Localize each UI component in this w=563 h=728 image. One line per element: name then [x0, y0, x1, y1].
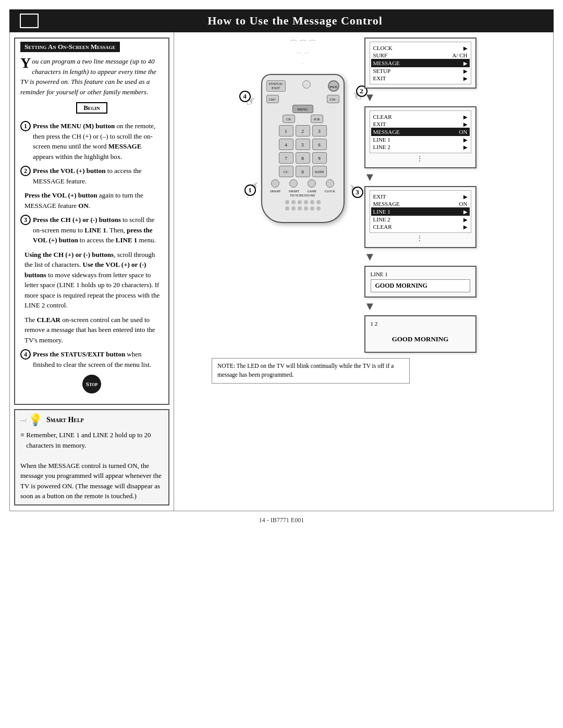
right-panel: ⌒⌒⌒ ⌒⌒ ⌒ ☞ 4 ☞ 2 ☞ — [174, 32, 553, 511]
header-box — [20, 14, 39, 28]
menu-btn[interactable]: MENU — [292, 105, 313, 113]
num-badge-1: 1 — [244, 184, 256, 196]
screen5-message: GOOD MORNING — [371, 331, 470, 348]
screen2-dots: ⋮ — [370, 153, 471, 164]
ir-sensor — [302, 80, 311, 89]
num-5[interactable]: 5 — [296, 139, 310, 150]
screens-col: CLOCK▶ SURFA/ CH MESSAGE▶ SETUP▶ EXIT▶ — [364, 38, 484, 353]
arrow-down-2: ▼ — [364, 170, 376, 184]
screen3-dots: ⋮ — [370, 233, 471, 244]
numpad: 1 2 3 4 5 6 7 8 9 CC 0 SLEEP — [266, 125, 339, 177]
tv-screen-3: EXIT▶ MESSAGEON LINE 1▶ LINE 2▶ CLEAR▶ — [364, 186, 476, 248]
screen2-line2: LINE 2▶ — [373, 143, 468, 151]
num-badge-3: 3 — [352, 187, 363, 198]
game-btn[interactable] — [308, 179, 316, 188]
step-2-num: 2 — [20, 166, 31, 176]
screen4-line-label: LINE 1 — [371, 271, 470, 277]
arrow-down-4: ▼ — [364, 300, 376, 313]
arrow-down-3: ▼ — [364, 250, 376, 264]
screen2-message: MESSAGEON — [371, 128, 470, 136]
screen3-exit: EXIT▶ — [373, 193, 468, 200]
num-badge-4: 4 — [239, 91, 251, 102]
num-0[interactable]: 0 — [296, 166, 310, 177]
main-container: Setting An On-Screen Message You can pro… — [9, 32, 554, 511]
status-exit-btn[interactable]: STATUS/EXIT — [266, 80, 286, 92]
screen3-message: MESSAGEON — [373, 200, 468, 207]
num-3[interactable]: 3 — [312, 125, 327, 137]
ch-minus-btn[interactable]: CH- — [327, 95, 339, 103]
note-text: NOTE: The LED on the TV will blink conti… — [217, 363, 394, 378]
screen3-clear: CLEAR▶ — [373, 223, 468, 230]
num-8[interactable]: 8 — [296, 152, 310, 164]
screen2-clear: CLEAR▶ — [373, 113, 468, 120]
smart-help-section: - - / 💡 Smart Help ≡ Remember, LINE 1 an… — [14, 409, 169, 505]
step-4-num: 4 — [20, 349, 31, 360]
page-footer: 14 - IB7771 E001 — [0, 511, 563, 527]
page-header: How to Use the Message Control — [9, 9, 554, 32]
num-6[interactable]: 6 — [312, 139, 327, 150]
signal-wave-3: ⌒⌒⌒ — [289, 38, 317, 51]
screen4-message: GOOD MORNING — [371, 279, 470, 292]
screen1-message: MESSAGE▶ — [371, 59, 470, 67]
num-7[interactable]: 7 — [279, 152, 293, 164]
stop-button: Stop — [82, 375, 101, 393]
screen2-line1: LINE 1▶ — [373, 136, 468, 143]
step-2: 2 Press the VOL (+) button to access the… — [20, 166, 163, 186]
screen1-clock: CLOCK▶ — [373, 44, 468, 52]
diagram-area: ⌒⌒⌒ ⌒⌒ ⌒ ☞ 4 ☞ 2 ☞ — [180, 38, 549, 353]
ch-plus-btn[interactable]: CH+ — [266, 95, 279, 103]
tv-screen-4: LINE 1 GOOD MORNING — [364, 266, 476, 298]
step-2b: Press the VOL (+) button again to turn t… — [25, 190, 163, 211]
step-1: 1 Press the MENU (M) button on the remot… — [20, 121, 163, 162]
sub-btn[interactable]: SUB — [311, 115, 323, 123]
section-title: Setting An On-Screen Message — [20, 42, 120, 52]
screen1-setup: SETUP▶ — [373, 67, 468, 75]
drop-cap: Y — [20, 56, 31, 69]
remote-col: ⌒⌒⌒ ⌒⌒ ⌒ ☞ 4 ☞ 2 ☞ — [246, 38, 360, 353]
intro-text: You can program a two line message (up t… — [20, 56, 163, 97]
screen3-line1: LINE 1▶ — [371, 207, 470, 216]
power-btn[interactable]: PWR — [328, 80, 339, 92]
setting-section: Setting An On-Screen Message You can pro… — [14, 38, 169, 405]
smart-help-text1: Remember, LINE 1 and LINE 2 hold up to 2… — [26, 430, 163, 450]
num-9[interactable]: 9 — [312, 152, 327, 164]
smart-help-title: Smart Help — [46, 416, 84, 424]
tv-screen-2: CLEAR▶ EXIT▶ MESSAGEON LINE 1▶ LINE 2▶ — [364, 106, 476, 168]
smart-help-text2: When the MESSAGE control is turned ON, t… — [20, 462, 162, 500]
remote-control: STATUS/EXIT PWR CH+ CH- MENU — [261, 74, 345, 223]
step-3: 3 Press the CH (+) or (-) buttons to scr… — [20, 215, 163, 245]
ch-btn-2[interactable]: CH — [283, 115, 295, 123]
step-3-num: 3 — [20, 215, 31, 225]
num-4[interactable]: 4 — [279, 139, 293, 150]
step-4: 4 Press the STATUS/EXIT button when fini… — [20, 349, 163, 369]
tv-screen-5: 1 2 GOOD MORNING — [364, 315, 476, 353]
footer-text: 14 - IB7771 E001 — [259, 516, 304, 524]
smart-btn-1[interactable] — [271, 179, 279, 188]
step-1-num: 1 — [20, 121, 31, 131]
left-panel: Setting An On-Screen Message You can pro… — [10, 32, 174, 511]
note-box: NOTE: The LED on the TV will blink conti… — [212, 358, 410, 384]
screen1-exit: EXIT▶ — [373, 75, 468, 82]
smart-btn-2[interactable] — [289, 179, 298, 188]
signal-wave-2: ⌒⌒ — [296, 52, 310, 61]
num-sleep[interactable]: SLEEP — [312, 166, 327, 177]
step-3b: Using the CH (+) or (-) buttons, scroll … — [25, 250, 163, 311]
page-title: How to Use the Message Control — [47, 14, 543, 28]
screen3-line2: LINE 2▶ — [373, 216, 468, 223]
screen5-num-label: 1 2 — [371, 320, 470, 327]
num-1[interactable]: 1 — [279, 125, 293, 137]
screen1-surf: SURFA/ CH — [373, 52, 468, 59]
signal-wave-1: ⌒ — [300, 62, 305, 69]
step-3c: The CLEAR on-screen control can be used … — [25, 315, 163, 346]
tv-screen-1: CLOCK▶ SURFA/ CH MESSAGE▶ SETUP▶ EXIT▶ — [364, 38, 476, 89]
clock-btn[interactable] — [326, 179, 334, 188]
num-cc[interactable]: CC — [279, 166, 293, 177]
bulb-icon: 💡 — [28, 413, 42, 427]
begin-button: Begin — [76, 102, 107, 114]
num-2[interactable]: 2 — [296, 125, 310, 137]
screen2-exit: EXIT▶ — [373, 120, 468, 128]
picture-sound-label: PICTURE/SOUND — [266, 194, 339, 197]
